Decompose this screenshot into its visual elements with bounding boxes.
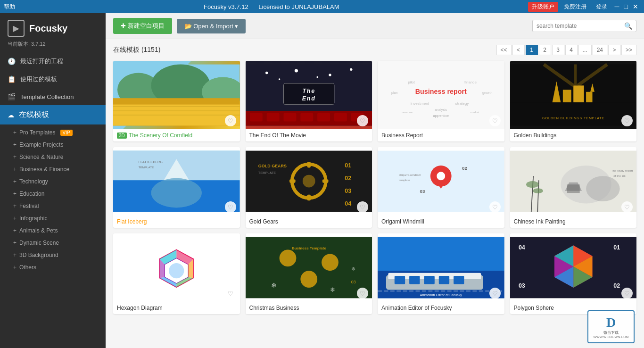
svg-text:market: market bbox=[470, 110, 479, 114]
dynamic-plus-icon: + bbox=[13, 240, 17, 246]
svg-point-94 bbox=[279, 249, 296, 266]
template-thumb-polygon: 01 02 03 04 bbox=[510, 233, 637, 302]
svg-point-86 bbox=[533, 188, 543, 193]
template-card-golden[interactable]: GOLDEN BUILDINGS TEMPLATE ♡ Golden Build… bbox=[510, 61, 637, 141]
sidebar-sub-science[interactable]: + Science & Nature bbox=[0, 151, 106, 163]
template-name-hexagon: Hexagon Diagram bbox=[117, 305, 163, 311]
pro-plus-icon: + bbox=[13, 129, 17, 136]
sidebar-sub-animals[interactable]: + Animals & Pets bbox=[0, 224, 106, 237]
help-label[interactable]: 帮助 bbox=[4, 3, 15, 11]
sidebar-item-used-label: 使用过的模板 bbox=[20, 75, 57, 83]
template-card-movie[interactable]: The End ♡ bbox=[246, 61, 372, 141]
maximize-button[interactable]: □ bbox=[622, 3, 630, 10]
template-card-cornfield[interactable]: ♡ 3D The Scenery Of Cornfield bbox=[113, 61, 240, 141]
page-next[interactable]: > bbox=[608, 45, 620, 55]
sidebar-sub-pro[interactable]: + Pro Templates VIP bbox=[0, 126, 106, 139]
main-layout: ▶ Focusky 当前版本: 3.7.12 🕐 最近打开的工程 📋 使用过的模… bbox=[0, 13, 644, 348]
page-prev[interactable]: < bbox=[512, 45, 525, 55]
template-name-gears: Gold Gears bbox=[249, 218, 278, 225]
template-card-ink[interactable]: The study report of the ink ♡ Chinese In… bbox=[510, 147, 637, 228]
sidebar-item-recent[interactable]: 🕐 最近打开的工程 bbox=[0, 52, 106, 70]
template-card-train[interactable]: Animation Editor of Focusky ♡ Animation … bbox=[378, 233, 504, 314]
template-card-origami[interactable]: 02 03 Origami-windmill template ♡ Origam… bbox=[378, 147, 504, 228]
template-card-iceberg[interactable]: FLAT ICEBERG TEMPLATE ♡ Flat Iceberg bbox=[113, 147, 240, 228]
close-button[interactable]: ✕ bbox=[631, 3, 640, 10]
search-input[interactable] bbox=[537, 23, 621, 29]
svg-text:Business Template: Business Template bbox=[291, 246, 326, 250]
favorite-btn-hexagon[interactable]: ♡ bbox=[225, 288, 236, 299]
sidebar-sub-others[interactable]: + Others bbox=[0, 261, 106, 273]
sidebar-sub-festival[interactable]: + Festival bbox=[0, 200, 106, 212]
svg-text:01: 01 bbox=[613, 244, 620, 251]
svg-rect-109 bbox=[424, 276, 434, 284]
sub-label-infographic: Infographic bbox=[19, 215, 47, 222]
page-next-next[interactable]: >> bbox=[621, 45, 636, 55]
sidebar: ▶ Focusky 当前版本: 3.7.12 🕐 最近打开的工程 📋 使用过的模… bbox=[0, 13, 106, 348]
sidebar-sub-infographic[interactable]: + Infographic bbox=[0, 212, 106, 224]
sidebar-sub-technology[interactable]: + Technology bbox=[0, 175, 106, 188]
login-button[interactable]: 登录 bbox=[592, 2, 611, 12]
register-button[interactable]: 免费注册 bbox=[560, 2, 590, 12]
sub-label-education: Education bbox=[19, 191, 44, 197]
sidebar-sub-3d[interactable]: + 3D Background bbox=[0, 249, 106, 261]
page-2[interactable]: 2 bbox=[539, 45, 551, 55]
favorite-btn-christmas[interactable]: ♡ bbox=[357, 288, 368, 299]
favorite-btn-gears[interactable]: ♡ bbox=[357, 201, 368, 213]
svg-text:TEMPLATE: TEMPLATE bbox=[258, 171, 275, 175]
svg-text:Animation Editor of Focusky: Animation Editor of Focusky bbox=[420, 293, 462, 297]
svg-rect-61 bbox=[307, 195, 310, 201]
sidebar-sub-dynamic[interactable]: + Dynamic Scene bbox=[0, 237, 106, 249]
svg-point-92 bbox=[169, 263, 184, 278]
template-label-christmas: Christmas Business bbox=[246, 302, 372, 314]
sidebar-item-online[interactable]: ☁ 在线模板 bbox=[0, 105, 106, 124]
template-thumb-train: Animation Editor of Focusky bbox=[378, 233, 504, 302]
upgrade-button[interactable]: 升级账户 bbox=[528, 2, 558, 12]
page-24[interactable]: 24 bbox=[593, 45, 607, 55]
template-card-business[interactable]: Business report pilot finance plan growt… bbox=[378, 61, 504, 141]
template-card-hexagon[interactable]: ♡ Hexagon Diagram bbox=[113, 233, 240, 314]
svg-rect-20 bbox=[249, 113, 262, 122]
favorite-btn-ink[interactable]: ♡ bbox=[621, 201, 633, 213]
svg-text:apprentice: apprentice bbox=[433, 114, 449, 118]
svg-rect-108 bbox=[409, 276, 420, 284]
favorite-btn-golden[interactable]: ♡ bbox=[621, 115, 633, 126]
favorite-btn-train[interactable]: ♡ bbox=[489, 288, 501, 299]
template-card-gears[interactable]: 01 02 03 04 GOLD GEARS TEMPLATE ♡ Gold G… bbox=[246, 147, 372, 228]
license-label: Licensed to JUNLAJUBALAM bbox=[258, 3, 339, 10]
template-thumb-christmas: ❄ ❄ ❄ Business Template 03 bbox=[246, 233, 372, 302]
sidebar-item-collection[interactable]: 🎬 Template Collection bbox=[0, 88, 106, 105]
minimize-button[interactable]: ─ bbox=[613, 3, 621, 10]
sidebar-item-used[interactable]: 📋 使用过的模板 bbox=[0, 70, 106, 88]
new-project-button[interactable]: ✚ 新建空白项目 bbox=[113, 18, 172, 34]
favorite-btn-polygon[interactable]: ♡ bbox=[621, 288, 633, 299]
page-prev-prev[interactable]: << bbox=[496, 45, 512, 55]
favorite-btn-business[interactable]: ♡ bbox=[489, 115, 501, 126]
template-thumb-golden: GOLDEN BUILDINGS TEMPLATE bbox=[510, 61, 637, 129]
online-icon: ☁ bbox=[8, 111, 14, 119]
favorite-btn-origami[interactable]: ♡ bbox=[489, 201, 501, 213]
titlebar-center: Focusky v3.7.12 Licensed to JUNLAJUBALAM bbox=[204, 3, 339, 10]
favorite-btn-movie[interactable]: ♡ bbox=[357, 115, 368, 126]
animals-plus-icon: + bbox=[13, 227, 17, 234]
favorite-btn-iceberg[interactable]: ♡ bbox=[225, 201, 236, 213]
pagination: << < 1 2 3 4 ... 24 > >> bbox=[496, 45, 636, 55]
sidebar-sub-example[interactable]: + Example Projects bbox=[0, 139, 106, 151]
page-3[interactable]: 3 bbox=[552, 45, 564, 55]
page-4[interactable]: 4 bbox=[565, 45, 578, 55]
template-name-polygon: Polygon Sphere bbox=[514, 305, 554, 311]
edu-plus-icon: + bbox=[13, 191, 17, 197]
festival-plus-icon: + bbox=[13, 203, 17, 209]
template-card-polygon[interactable]: 01 02 03 04 ♡ Polygon Sphere bbox=[510, 233, 637, 314]
template-card-christmas[interactable]: ❄ ❄ ❄ Business Template 03 ♡ Christmas B… bbox=[246, 233, 372, 314]
svg-text:investment: investment bbox=[411, 101, 429, 106]
tech-plus-icon: + bbox=[13, 178, 17, 185]
vip-badge: VIP bbox=[60, 130, 73, 136]
badge-3d-cornfield: 3D bbox=[117, 133, 127, 139]
sidebar-sub-business[interactable]: + Business & Finance bbox=[0, 163, 106, 175]
favorite-btn-cornfield[interactable]: ♡ bbox=[225, 115, 236, 126]
page-1[interactable]: 1 bbox=[526, 45, 538, 55]
sidebar-sub-education[interactable]: + Education bbox=[0, 188, 106, 200]
svg-text:plan: plan bbox=[391, 91, 398, 95]
open-import-button[interactable]: 📂 Open & Import ▾ bbox=[177, 19, 246, 33]
svg-point-10 bbox=[265, 72, 268, 74]
